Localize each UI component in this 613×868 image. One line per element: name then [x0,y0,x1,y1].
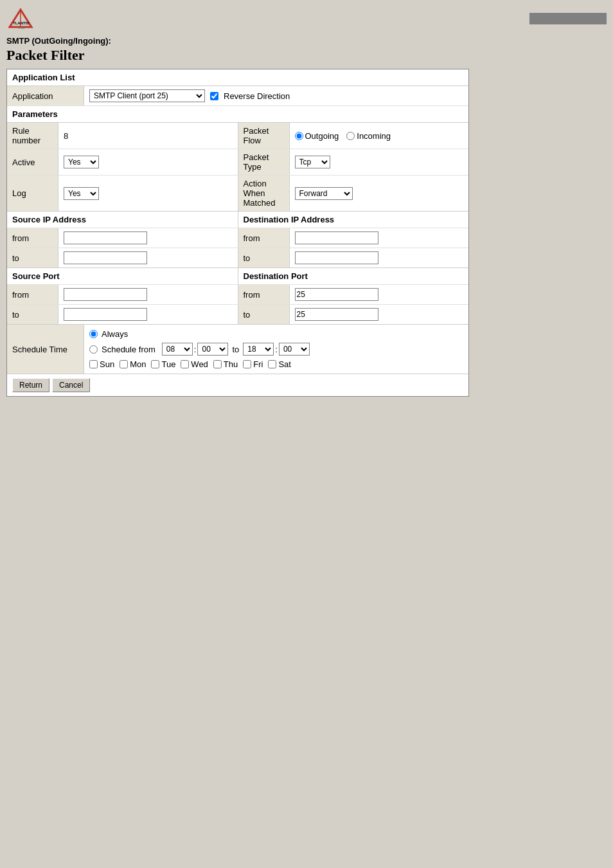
tue-day[interactable]: Tue [151,359,175,369]
source-ip-from-label: from [7,228,58,248]
source-ip-from-input[interactable] [64,231,147,244]
packet-flow-label: Packet Flow [238,123,290,149]
rule-number-value: 8 [64,131,68,141]
colon1: : [194,345,197,354]
destination-ip-header: Destination IP Address [238,212,469,228]
outgoing-option[interactable]: Outgoing [295,131,339,141]
logo-icon: TLANTIS AND [6,6,35,31]
reverse-direction-label: Reverse Direction [224,91,290,101]
always-radio[interactable] [89,330,98,338]
dest-ip-from-input[interactable] [295,231,378,244]
always-label: Always [102,329,128,339]
source-port-header: Source Port [7,268,238,284]
active-select[interactable]: Yes No [64,156,99,168]
sun-day[interactable]: Sun [89,359,114,369]
mon-day[interactable]: Mon [120,359,146,369]
svg-text:AND: AND [18,26,25,30]
sun-label: Sun [100,359,114,369]
outgoing-label: Outgoing [305,131,339,141]
application-list-section-header: Application List [7,69,468,86]
incoming-option[interactable]: Incoming [346,131,391,141]
to-separator: to [232,345,239,354]
schedule-time-label: Schedule Time [7,325,84,374]
thu-label: Thu [224,359,238,369]
tue-checkbox[interactable] [151,360,159,368]
to-hour-select[interactable]: 18 0001020304 0506070809 1011121314 1516… [243,343,274,356]
schedule-from-radio[interactable] [89,345,98,354]
mon-label: Mon [130,359,146,369]
reverse-direction-checkbox[interactable] [210,92,218,100]
sat-checkbox[interactable] [268,360,276,368]
action-select[interactable]: Forward Drop Reject [295,187,353,200]
sun-checkbox[interactable] [89,360,98,368]
sat-day[interactable]: Sat [268,359,291,369]
wed-day[interactable]: Wed [181,359,208,369]
logo: TLANTIS AND [6,6,37,31]
sat-label: Sat [278,359,291,369]
packet-type-label: Packet Type [238,149,290,175]
page-title: Packet Filter [6,47,607,64]
source-port-from-input[interactable] [64,288,147,301]
svg-text:TLANTIS: TLANTIS [13,21,29,25]
outgoing-radio[interactable] [295,132,303,140]
incoming-radio[interactable] [346,132,355,140]
from-hour-select[interactable]: 08 0001020304 0506070910 1112131415 1617… [162,343,193,356]
active-label: Active [7,149,58,175]
source-port-from-label: from [7,285,58,304]
colon2: : [275,345,278,354]
dest-port-to-label: to [238,305,290,324]
source-ip-to-label: to [7,248,58,267]
mon-checkbox[interactable] [120,360,128,368]
application-label: Application [7,86,84,105]
wed-label: Wed [191,359,208,369]
log-label: Log [7,176,58,211]
page-subtitle: SMTP (OutGoing/Ingoing): [6,36,607,46]
schedule-from-label: Schedule from [102,345,155,354]
rule-number-label: Rule number [7,123,58,149]
wed-checkbox[interactable] [181,360,189,368]
source-ip-to-input[interactable] [64,251,147,264]
dest-ip-from-label: from [238,228,290,248]
log-select[interactable]: Yes No [64,187,99,200]
from-min-select[interactable]: 00153045 [197,343,228,356]
dest-port-from-label: from [238,285,290,304]
source-ip-header: Source IP Address [7,212,238,228]
dest-ip-to-input[interactable] [295,251,378,264]
to-min-select[interactable]: 00153045 [279,343,310,356]
thu-checkbox[interactable] [213,360,222,368]
action-label: Action When Matched [238,176,290,211]
cancel-button[interactable]: Cancel [52,378,90,392]
source-port-to-input[interactable] [64,308,147,321]
top-right-bar [529,13,607,24]
tue-label: Tue [161,359,175,369]
return-button[interactable]: Return [12,378,49,392]
dest-ip-to-label: to [238,248,290,267]
source-port-to-label: to [7,305,58,324]
application-select[interactable]: SMTP Client (port 25) [89,89,205,102]
packet-type-select[interactable]: Tcp Udp Both [295,156,330,168]
dest-port-header: Destination Port [238,268,469,284]
dest-port-from-input[interactable] [295,288,378,301]
parameters-section-header: Parameters [7,106,468,123]
fri-checkbox[interactable] [243,360,251,368]
thu-day[interactable]: Thu [213,359,238,369]
dest-port-to-input[interactable] [295,308,378,321]
fri-day[interactable]: Fri [243,359,263,369]
incoming-label: Incoming [357,131,391,141]
fri-label: Fri [253,359,263,369]
